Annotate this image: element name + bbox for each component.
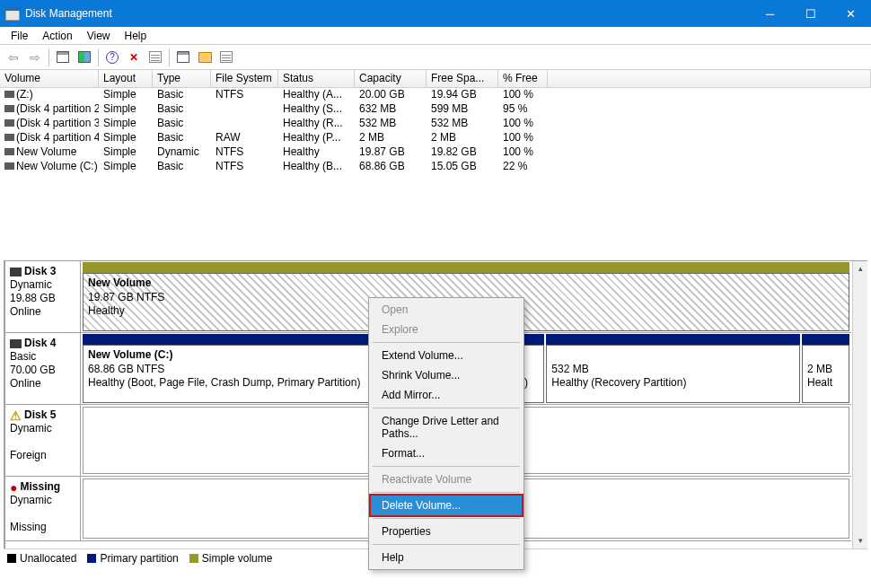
maximize-button[interactable]: ☐ <box>790 0 831 27</box>
volume-icon <box>4 105 14 112</box>
x-icon <box>129 51 138 64</box>
volume-row[interactable]: (Disk 4 partition 4)SimpleBasicRAWHealth… <box>0 131 871 145</box>
menu-bar: File Action View Help <box>0 27 871 45</box>
partition-disk4-4[interactable]: 2 MBHealt <box>801 334 850 403</box>
properties-button[interactable] <box>145 48 165 67</box>
forward-button[interactable] <box>25 48 45 67</box>
ctx-delete-volume[interactable]: Delete Volume... <box>371 496 522 515</box>
volume-list: (Z:)SimpleBasicNTFSHealthy (A...20.00 GB… <box>0 88 871 262</box>
minimize-button[interactable]: ─ <box>750 0 790 27</box>
action2-button[interactable] <box>195 48 215 67</box>
disk-icon <box>10 268 22 276</box>
window-controls: ─ ☐ ✕ <box>750 0 871 27</box>
view-graphic-button[interactable] <box>75 48 94 67</box>
properties-icon <box>149 51 162 63</box>
delete-button[interactable] <box>124 48 144 67</box>
volume-icon <box>4 162 14 170</box>
volume-icon <box>4 119 14 127</box>
ctx-shrink[interactable]: Shrink Volume... <box>371 365 522 385</box>
view-list-button[interactable] <box>53 48 73 67</box>
partition-disk4-3[interactable]: 532 MB Healthy (Recovery Partition) <box>545 334 801 403</box>
question-icon <box>106 51 119 64</box>
disk-label-5[interactable]: ⚠Disk 5 Dynamic Foreign <box>5 405 81 476</box>
props2-icon <box>220 51 233 63</box>
context-menu: Open Explore Extend Volume... Shrink Vol… <box>368 297 524 570</box>
volume-row[interactable]: (Disk 4 partition 3)SimpleBasicHealthy (… <box>0 117 871 131</box>
menu-file[interactable]: File <box>4 28 35 44</box>
volume-icon <box>4 148 14 155</box>
folder-icon <box>198 52 212 63</box>
split-icon <box>78 51 91 63</box>
help-button[interactable] <box>102 48 122 67</box>
volume-row[interactable]: New VolumeSimpleDynamicNTFSHealthy19.87 … <box>0 145 871 160</box>
error-icon: ● <box>10 481 17 494</box>
ctx-properties[interactable]: Properties <box>371 522 522 541</box>
col-fs[interactable]: File System <box>211 70 278 87</box>
ctx-format[interactable]: Format... <box>371 443 522 463</box>
toolbar <box>0 45 871 70</box>
warning-icon: ⚠ <box>10 409 22 422</box>
volume-row[interactable]: (Disk 4 partition 2)SimpleBasicHealthy (… <box>0 102 871 117</box>
scroll-down-icon[interactable]: ▾ <box>853 533 867 549</box>
menu-view[interactable]: View <box>80 28 118 44</box>
col-capacity[interactable]: Capacity <box>355 70 427 87</box>
ctx-mirror[interactable]: Add Mirror... <box>371 385 522 405</box>
disk-label-4[interactable]: Disk 4 Basic 70.00 GB Online <box>5 333 81 404</box>
volume-icon <box>4 134 14 141</box>
col-layout[interactable]: Layout <box>99 70 153 87</box>
ctx-extend[interactable]: Extend Volume... <box>371 346 522 365</box>
col-pctfree[interactable]: % Free <box>498 70 548 87</box>
legend-unallocated-swatch <box>7 554 16 563</box>
volume-list-header: Volume Layout Type File System Status Ca… <box>0 70 871 88</box>
disk-label-missing[interactable]: ●Missing Dynamic Missing <box>5 477 81 540</box>
col-type[interactable]: Type <box>153 70 211 87</box>
ctx-help[interactable]: Help <box>371 548 522 567</box>
col-status[interactable]: Status <box>278 70 355 87</box>
ctx-open[interactable]: Open <box>371 300 522 320</box>
back-button[interactable] <box>4 48 23 67</box>
app-icon <box>5 6 20 21</box>
menu-action[interactable]: Action <box>35 28 79 44</box>
arrow-right-icon <box>30 50 40 65</box>
disk-label-3[interactable]: Disk 3 Dynamic 19.88 GB Online <box>5 261 81 332</box>
close-button[interactable]: ✕ <box>831 0 871 27</box>
legend-simple-swatch <box>189 554 198 563</box>
title-bar: Disk Management ─ ☐ ✕ <box>0 0 871 27</box>
menu-help[interactable]: Help <box>118 28 154 44</box>
action1-button[interactable] <box>173 48 193 67</box>
volume-row[interactable]: (Z:)SimpleBasicNTFSHealthy (A...20.00 GB… <box>0 88 871 102</box>
vertical-scrollbar[interactable]: ▴ ▾ <box>852 261 867 549</box>
legend-primary-swatch <box>87 554 96 563</box>
volume-row[interactable]: New Volume (C:)SimpleBasicNTFSHealthy (B… <box>0 160 871 174</box>
col-free[interactable]: Free Spa... <box>427 70 498 87</box>
disk-icon <box>10 339 22 348</box>
grid-icon <box>57 51 69 63</box>
grid2-icon <box>177 51 189 63</box>
action3-button[interactable] <box>216 48 236 67</box>
col-volume[interactable]: Volume <box>0 70 99 87</box>
ctx-drive-letter[interactable]: Change Drive Letter and Paths... <box>371 411 522 443</box>
ctx-reactivate[interactable]: Reactivate Volume <box>371 470 522 489</box>
arrow-left-icon <box>8 50 19 65</box>
window-title: Disk Management <box>25 7 112 20</box>
ctx-explore[interactable]: Explore <box>371 320 522 339</box>
scroll-up-icon[interactable]: ▴ <box>853 261 867 276</box>
volume-icon <box>4 91 14 98</box>
